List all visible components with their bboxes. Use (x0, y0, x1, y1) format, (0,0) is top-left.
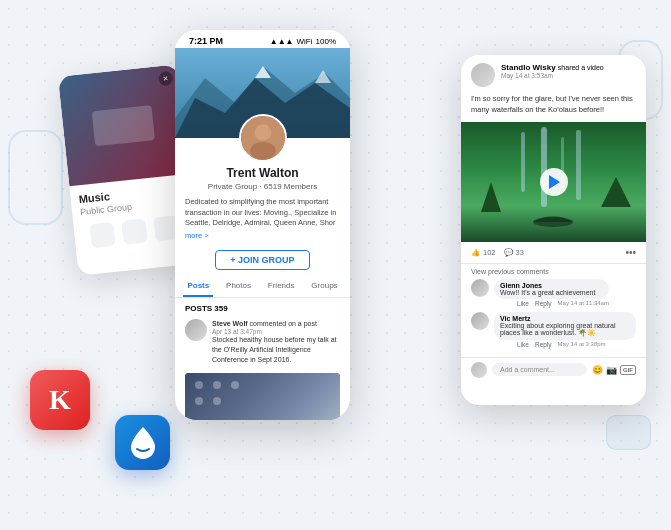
profile-avatar (239, 114, 287, 162)
feed-header: Standlo Wisky shared a video May 14 at 3… (461, 55, 646, 91)
profile-tabs: Posts Photos Friends Groups (175, 276, 350, 298)
like-action[interactable]: 👍 102 (471, 248, 496, 257)
post-image (185, 373, 340, 420)
lego-image (185, 373, 340, 420)
music-card-image: × (58, 64, 189, 186)
play-button[interactable] (540, 168, 568, 196)
comment2-actions: Like Reply May 14 at 3:38pm (494, 341, 636, 348)
comment1-actions: Like Reply May 14 at 11:34am (494, 300, 609, 307)
signal-icon: ▲▲▲ (270, 37, 294, 46)
comment-input-placeholder[interactable]: Add a comment... (492, 363, 587, 376)
join-button-wrap: + JOIN GROUP (175, 250, 350, 270)
more-options-icon[interactable]: ••• (625, 247, 636, 258)
comment1-text: Wow!! It's a great achievement (500, 289, 603, 296)
music-icon-1 (89, 222, 115, 248)
lego-stud-2 (213, 381, 221, 389)
comment2-name: Vic Mertz (500, 315, 630, 322)
post-text: Stocked healthy house before my talk at … (212, 335, 340, 364)
comment1-bubble: Glenn Jones Wow!! It's a great achieveme… (494, 279, 609, 299)
tab-groups[interactable]: Groups (307, 276, 341, 297)
phone-right: Standlo Wisky shared a video May 14 at 3… (461, 55, 646, 405)
moto-image-placeholder (92, 105, 155, 146)
tab-photos[interactable]: Photos (222, 276, 255, 297)
feed-action-text: shared a video (558, 64, 604, 71)
comment-icon: 💬 (504, 248, 513, 257)
thumbs-up-icon: 👍 (471, 248, 480, 257)
profile-avatar-wrap (175, 114, 350, 162)
app-icon-blue[interactable] (115, 415, 170, 470)
tab-posts[interactable]: Posts (183, 276, 213, 297)
wifi-icon: WiFi (297, 37, 313, 46)
comment-item-2: Vic Mertz Exciting about exploring great… (471, 312, 636, 348)
comments-section: View previous comments Glenn Jones Wow!!… (461, 264, 646, 357)
comment1-like-link[interactable]: Like (517, 300, 529, 307)
comment2-like-link[interactable]: Like (517, 341, 529, 348)
comment1-name: Glenn Jones (500, 282, 603, 289)
comment1-date: May 14 at 11:34am (558, 300, 609, 307)
battery-icon: 100% (316, 37, 336, 46)
comment2-bubble: Vic Mertz Exciting about exploring great… (494, 312, 636, 340)
k-letter-icon: K (49, 384, 71, 416)
comment-input-row: Add a comment... 😊 📷 GIF (461, 357, 646, 382)
post-content: Steve Wolf commented on a post Apr 13 at… (212, 319, 340, 365)
lego-stud-4 (195, 397, 203, 405)
view-previous-comments[interactable]: View previous comments (471, 268, 636, 275)
lego-stud-3 (231, 381, 239, 389)
feed-post-text: I'm so sorry for the glare, but I've nev… (461, 91, 646, 122)
feed-date: May 14 at 3:53am (501, 72, 604, 79)
status-icons: ▲▲▲ WiFi 100% (270, 37, 336, 46)
music-icon-2 (121, 218, 147, 244)
close-icon[interactable]: × (158, 71, 173, 86)
comment2-date: May 14 at 3:38pm (558, 341, 606, 348)
gif-icon[interactable]: GIF (620, 365, 636, 375)
post-item: Steve Wolf commented on a post Apr 13 at… (175, 315, 350, 369)
comment1-reply-link[interactable]: Reply (535, 300, 552, 307)
comment-input-icons: 😊 📷 GIF (592, 365, 636, 375)
feed-video[interactable] (461, 122, 646, 242)
profile-name: Trent Walton (175, 166, 350, 180)
comment1-content: Glenn Jones Wow!! It's a great achieveme… (494, 279, 609, 307)
feed-username: Standlo Wisky shared a video (501, 63, 604, 72)
svg-point-6 (254, 124, 271, 141)
comments-count: 33 (516, 248, 524, 257)
status-bar: 7:21 PM ▲▲▲ WiFi 100% (175, 30, 350, 48)
comment2-text: Exciting about exploring great natural p… (500, 322, 630, 337)
posts-count: POSTS 359 (175, 298, 350, 315)
drop-icon (127, 425, 159, 461)
svg-rect-9 (521, 132, 525, 192)
phone-center: 7:21 PM ▲▲▲ WiFi 100% (175, 30, 350, 420)
comment2-avatar (471, 312, 489, 330)
play-triangle-icon (549, 175, 560, 189)
comment-action[interactable]: 💬 33 (504, 248, 524, 257)
feed-user-info: Standlo Wisky shared a video May 14 at 3… (501, 63, 604, 79)
comment1-avatar (471, 279, 489, 297)
status-time: 7:21 PM (189, 36, 223, 46)
app-icon-red[interactable]: K (30, 370, 90, 430)
svg-rect-10 (541, 127, 547, 207)
music-card-icons (82, 214, 188, 249)
likes-count: 102 (483, 248, 496, 257)
post-author-avatar (185, 319, 207, 341)
lego-stud-5 (213, 397, 221, 405)
comment2-content: Vic Mertz Exciting about exploring great… (494, 312, 636, 348)
comment-item-1: Glenn Jones Wow!! It's a great achieveme… (471, 279, 636, 307)
post-date: Apr 13 at 3:47pm (212, 328, 340, 335)
deco-phone-outline-left (8, 130, 63, 225)
comment-input-avatar (471, 362, 487, 378)
feed-user-avatar (471, 63, 495, 87)
feed-actions: 👍 102 💬 33 ••• (461, 242, 646, 264)
profile-description: Dedicated to simplifying the most import… (175, 191, 350, 231)
camera-icon[interactable]: 📷 (606, 365, 617, 375)
join-group-button[interactable]: + JOIN GROUP (215, 250, 309, 270)
svg-point-7 (250, 142, 276, 160)
more-link[interactable]: more > (175, 231, 350, 246)
emoji-icon[interactable]: 😊 (592, 365, 603, 375)
comment2-reply-link[interactable]: Reply (535, 341, 552, 348)
lego-stud-1 (195, 381, 203, 389)
profile-meta: Private Group · 6519 Members (175, 182, 350, 191)
svg-rect-12 (576, 130, 581, 200)
post-author-name: Steve Wolf commented on a post (212, 319, 340, 329)
deco-chat-bubble (606, 415, 651, 450)
tab-friends[interactable]: Friends (264, 276, 299, 297)
